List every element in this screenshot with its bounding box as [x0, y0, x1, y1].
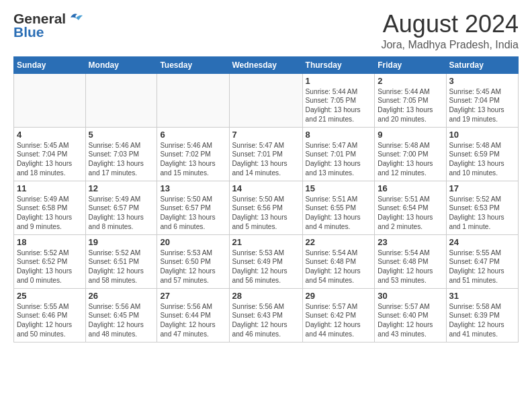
header: General Blue August 2024 Jora, Madhya Pr…: [13, 11, 519, 51]
calendar-cell: [229, 73, 302, 127]
day-info: Sunrise: 5:54 AM Sunset: 6:48 PM Dayligh…: [306, 248, 372, 285]
day-number: 18: [17, 237, 83, 247]
day-info: Sunrise: 5:47 AM Sunset: 7:01 PM Dayligh…: [306, 141, 372, 178]
calendar-cell: [157, 73, 229, 127]
day-info: Sunrise: 5:50 AM Sunset: 6:56 PM Dayligh…: [232, 195, 300, 232]
day-number: 10: [449, 130, 516, 140]
day-number: 11: [17, 183, 83, 193]
logo: General Blue: [13, 11, 83, 40]
day-info: Sunrise: 5:48 AM Sunset: 7:00 PM Dayligh…: [378, 141, 443, 178]
calendar-cell: 27Sunrise: 5:56 AM Sunset: 6:44 PM Dayli…: [157, 288, 229, 342]
day-info: Sunrise: 5:56 AM Sunset: 6:43 PM Dayligh…: [232, 302, 300, 339]
calendar-cell: [85, 73, 157, 127]
day-of-week-header: Sunday: [14, 56, 86, 73]
day-number: 23: [378, 237, 443, 247]
calendar-week-row: 11Sunrise: 5:49 AM Sunset: 6:58 PM Dayli…: [14, 181, 519, 234]
day-number: 15: [306, 183, 372, 193]
day-number: 24: [449, 237, 516, 247]
day-number: 8: [306, 130, 372, 140]
day-number: 29: [306, 291, 372, 301]
calendar-cell: 10Sunrise: 5:48 AM Sunset: 6:59 PM Dayli…: [446, 127, 519, 181]
calendar-cell: 29Sunrise: 5:57 AM Sunset: 6:42 PM Dayli…: [302, 288, 375, 342]
day-number: 1: [306, 76, 372, 86]
calendar-cell: 13Sunrise: 5:50 AM Sunset: 6:57 PM Dayli…: [157, 181, 229, 234]
day-info: Sunrise: 5:58 AM Sunset: 6:39 PM Dayligh…: [449, 302, 516, 339]
day-info: Sunrise: 5:53 AM Sunset: 6:50 PM Dayligh…: [160, 248, 226, 285]
calendar-cell: 7Sunrise: 5:47 AM Sunset: 7:01 PM Daylig…: [229, 127, 302, 181]
calendar-cell: 23Sunrise: 5:54 AM Sunset: 6:48 PM Dayli…: [375, 234, 446, 288]
day-number: 4: [17, 130, 83, 140]
calendar-cell: 9Sunrise: 5:48 AM Sunset: 7:00 PM Daylig…: [375, 127, 446, 181]
day-info: Sunrise: 5:53 AM Sunset: 6:49 PM Dayligh…: [232, 248, 300, 285]
day-info: Sunrise: 5:56 AM Sunset: 6:45 PM Dayligh…: [89, 302, 154, 339]
calendar-table: SundayMondayTuesdayWednesdayThursdayFrid…: [13, 56, 519, 342]
calendar-cell: 17Sunrise: 5:52 AM Sunset: 6:53 PM Dayli…: [446, 181, 519, 234]
calendar-cell: 31Sunrise: 5:58 AM Sunset: 6:39 PM Dayli…: [446, 288, 519, 342]
calendar-cell: 5Sunrise: 5:46 AM Sunset: 7:03 PM Daylig…: [85, 127, 157, 181]
day-info: Sunrise: 5:49 AM Sunset: 6:58 PM Dayligh…: [17, 195, 83, 232]
day-number: 6: [160, 130, 226, 140]
logo-bird-icon: [68, 11, 83, 24]
day-number: 26: [89, 291, 154, 301]
month-year: August 2024: [381, 11, 519, 38]
day-info: Sunrise: 5:49 AM Sunset: 6:57 PM Dayligh…: [89, 195, 154, 232]
title-area: August 2024 Jora, Madhya Pradesh, India: [381, 11, 519, 51]
calendar-cell: 11Sunrise: 5:49 AM Sunset: 6:58 PM Dayli…: [14, 181, 86, 234]
day-info: Sunrise: 5:52 AM Sunset: 6:53 PM Dayligh…: [449, 195, 516, 232]
calendar-week-row: 1Sunrise: 5:44 AM Sunset: 7:05 PM Daylig…: [14, 73, 519, 127]
calendar-cell: 20Sunrise: 5:53 AM Sunset: 6:50 PM Dayli…: [157, 234, 229, 288]
calendar-cell: 30Sunrise: 5:57 AM Sunset: 6:40 PM Dayli…: [375, 288, 446, 342]
day-number: 30: [378, 291, 443, 301]
calendar-cell: 2Sunrise: 5:44 AM Sunset: 7:05 PM Daylig…: [375, 73, 446, 127]
day-number: 9: [378, 130, 443, 140]
logo-blue: Blue: [13, 24, 44, 40]
day-of-week-header: Tuesday: [157, 56, 229, 73]
day-info: Sunrise: 5:54 AM Sunset: 6:48 PM Dayligh…: [378, 248, 443, 285]
day-number: 13: [160, 183, 226, 193]
calendar-week-row: 25Sunrise: 5:55 AM Sunset: 6:46 PM Dayli…: [14, 288, 519, 342]
calendar-week-row: 18Sunrise: 5:52 AM Sunset: 6:52 PM Dayli…: [14, 234, 519, 288]
page: General Blue August 2024 Jora, Madhya Pr…: [0, 0, 532, 349]
day-info: Sunrise: 5:57 AM Sunset: 6:40 PM Dayligh…: [378, 302, 443, 339]
calendar-cell: 19Sunrise: 5:52 AM Sunset: 6:51 PM Dayli…: [85, 234, 157, 288]
day-number: 7: [232, 130, 300, 140]
day-number: 17: [449, 183, 516, 193]
calendar-cell: [14, 73, 86, 127]
day-number: 31: [449, 291, 516, 301]
day-info: Sunrise: 5:48 AM Sunset: 6:59 PM Dayligh…: [449, 141, 516, 178]
day-info: Sunrise: 5:51 AM Sunset: 6:54 PM Dayligh…: [378, 195, 443, 232]
calendar-cell: 24Sunrise: 5:55 AM Sunset: 6:47 PM Dayli…: [446, 234, 519, 288]
day-info: Sunrise: 5:44 AM Sunset: 7:05 PM Dayligh…: [306, 87, 372, 124]
day-number: 27: [160, 291, 226, 301]
day-number: 28: [232, 291, 300, 301]
day-info: Sunrise: 5:50 AM Sunset: 6:57 PM Dayligh…: [160, 195, 226, 232]
day-info: Sunrise: 5:45 AM Sunset: 7:04 PM Dayligh…: [449, 87, 516, 124]
calendar-cell: 16Sunrise: 5:51 AM Sunset: 6:54 PM Dayli…: [375, 181, 446, 234]
calendar-cell: 25Sunrise: 5:55 AM Sunset: 6:46 PM Dayli…: [14, 288, 86, 342]
day-info: Sunrise: 5:52 AM Sunset: 6:51 PM Dayligh…: [89, 248, 154, 285]
calendar-cell: 15Sunrise: 5:51 AM Sunset: 6:55 PM Dayli…: [302, 181, 375, 234]
calendar-cell: 6Sunrise: 5:46 AM Sunset: 7:02 PM Daylig…: [157, 127, 229, 181]
day-of-week-header: Thursday: [302, 56, 375, 73]
day-number: 3: [449, 76, 516, 86]
day-number: 14: [232, 183, 300, 193]
calendar-cell: 14Sunrise: 5:50 AM Sunset: 6:56 PM Dayli…: [229, 181, 302, 234]
day-info: Sunrise: 5:46 AM Sunset: 7:02 PM Dayligh…: [160, 141, 226, 178]
day-info: Sunrise: 5:45 AM Sunset: 7:04 PM Dayligh…: [17, 141, 83, 178]
day-info: Sunrise: 5:44 AM Sunset: 7:05 PM Dayligh…: [378, 87, 443, 124]
day-info: Sunrise: 5:55 AM Sunset: 6:46 PM Dayligh…: [17, 302, 83, 339]
day-info: Sunrise: 5:57 AM Sunset: 6:42 PM Dayligh…: [306, 302, 372, 339]
calendar-cell: 26Sunrise: 5:56 AM Sunset: 6:45 PM Dayli…: [85, 288, 157, 342]
calendar-cell: 1Sunrise: 5:44 AM Sunset: 7:05 PM Daylig…: [302, 73, 375, 127]
day-number: 21: [232, 237, 300, 247]
header-row: SundayMondayTuesdayWednesdayThursdayFrid…: [14, 56, 519, 73]
calendar-cell: 4Sunrise: 5:45 AM Sunset: 7:04 PM Daylig…: [14, 127, 86, 181]
day-number: 5: [89, 130, 154, 140]
day-number: 2: [378, 76, 443, 86]
day-number: 12: [89, 183, 154, 193]
day-number: 20: [160, 237, 226, 247]
calendar-week-row: 4Sunrise: 5:45 AM Sunset: 7:04 PM Daylig…: [14, 127, 519, 181]
day-number: 22: [306, 237, 372, 247]
day-info: Sunrise: 5:47 AM Sunset: 7:01 PM Dayligh…: [232, 141, 300, 178]
day-info: Sunrise: 5:52 AM Sunset: 6:52 PM Dayligh…: [17, 248, 83, 285]
